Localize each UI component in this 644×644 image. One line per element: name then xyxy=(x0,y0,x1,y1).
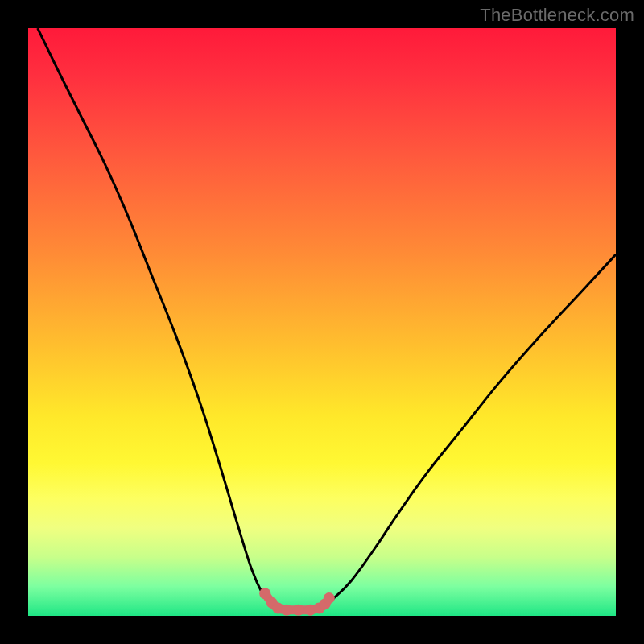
trough-marker-dot xyxy=(293,605,304,616)
trough-marker xyxy=(259,588,335,615)
watermark-text: TheBottleneck.com xyxy=(480,5,634,26)
trough-marker-dot xyxy=(324,592,335,604)
trough-marker-dot xyxy=(259,588,270,599)
plot-area xyxy=(28,28,616,616)
right-curve-path xyxy=(322,254,616,607)
outer-frame: TheBottleneck.com xyxy=(0,0,644,644)
chart-svg xyxy=(28,28,616,616)
left-curve-path xyxy=(38,28,272,607)
right-curve xyxy=(322,254,616,607)
trough-marker-dot xyxy=(281,605,292,616)
left-curve xyxy=(38,28,272,607)
